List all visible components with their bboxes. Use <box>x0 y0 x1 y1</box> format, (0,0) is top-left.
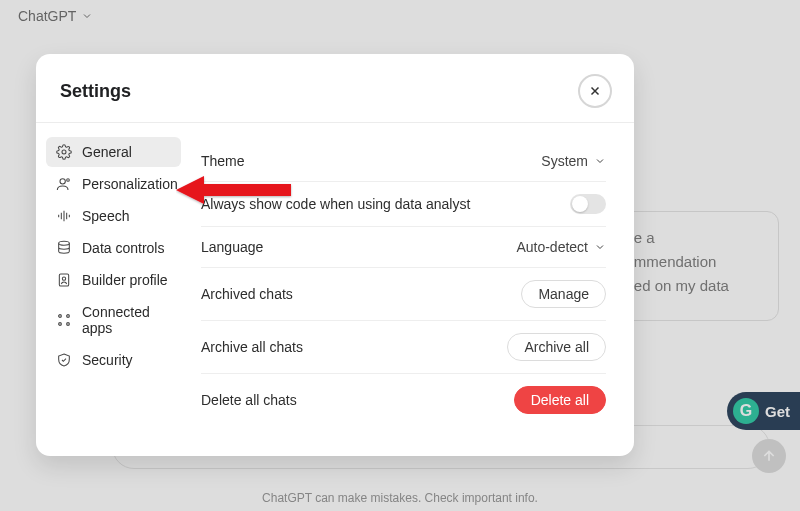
row-label: Delete all chats <box>201 392 297 408</box>
delete-all-button[interactable]: Delete all <box>514 386 606 414</box>
sidebar-item-label: Speech <box>82 208 129 224</box>
sidebar-item-label: Builder profile <box>82 272 168 288</box>
sidebar-item-data-controls[interactable]: Data controls <box>46 233 181 263</box>
gear-icon <box>56 144 72 160</box>
sidebar-item-builder-profile[interactable]: Builder profile <box>46 265 181 295</box>
row-delete-all: Delete all chats Delete all <box>201 374 606 426</box>
row-label: Archive all chats <box>201 339 303 355</box>
svg-point-0 <box>62 150 66 154</box>
sidebar-item-label: General <box>82 144 132 160</box>
apps-icon <box>56 312 72 328</box>
person-icon <box>56 176 72 192</box>
close-icon <box>588 84 602 98</box>
settings-content: Theme System Always show code when using… <box>191 123 634 456</box>
settings-sidebar: General Personalization Speech Data cont… <box>36 123 191 456</box>
svg-point-6 <box>59 315 62 318</box>
row-archive-all: Archive all chats Archive all <box>201 321 606 374</box>
row-language: Language Auto-detect <box>201 227 606 268</box>
settings-modal: Settings General Personalization Speech … <box>36 54 634 456</box>
modal-title: Settings <box>60 81 131 102</box>
sidebar-item-general[interactable]: General <box>46 137 181 167</box>
row-theme: Theme System <box>201 141 606 182</box>
manage-button[interactable]: Manage <box>521 280 606 308</box>
sidebar-item-speech[interactable]: Speech <box>46 201 181 231</box>
database-icon <box>56 240 72 256</box>
chevron-down-icon <box>594 241 606 253</box>
profile-icon <box>56 272 72 288</box>
code-toggle[interactable] <box>570 194 606 214</box>
row-label: Archived chats <box>201 286 293 302</box>
svg-point-7 <box>67 315 70 318</box>
archive-all-button[interactable]: Archive all <box>507 333 606 361</box>
speech-icon <box>56 208 72 224</box>
chevron-down-icon <box>594 155 606 167</box>
shield-icon <box>56 352 72 368</box>
sidebar-item-security[interactable]: Security <box>46 345 181 375</box>
svg-point-9 <box>67 323 70 326</box>
svg-point-8 <box>59 323 62 326</box>
language-dropdown[interactable]: Auto-detect <box>516 239 606 255</box>
row-label: Language <box>201 239 263 255</box>
close-button[interactable] <box>578 74 612 108</box>
svg-point-1 <box>60 179 65 184</box>
row-archived-chats: Archived chats Manage <box>201 268 606 321</box>
svg-point-2 <box>67 179 70 182</box>
svg-point-5 <box>62 277 65 280</box>
sidebar-item-label: Connected apps <box>82 304 171 336</box>
sidebar-item-connected-apps[interactable]: Connected apps <box>46 297 181 343</box>
sidebar-item-label: Data controls <box>82 240 164 256</box>
row-label: Theme <box>201 153 245 169</box>
sidebar-item-label: Personalization <box>82 176 178 192</box>
sidebar-item-personalization[interactable]: Personalization <box>46 169 181 199</box>
svg-point-3 <box>59 241 70 245</box>
sidebar-item-label: Security <box>82 352 133 368</box>
language-value: Auto-detect <box>516 239 588 255</box>
row-label: Always show code when using data analyst <box>201 196 470 212</box>
theme-value: System <box>541 153 588 169</box>
row-always-show-code: Always show code when using data analyst <box>201 182 606 227</box>
theme-dropdown[interactable]: System <box>541 153 606 169</box>
